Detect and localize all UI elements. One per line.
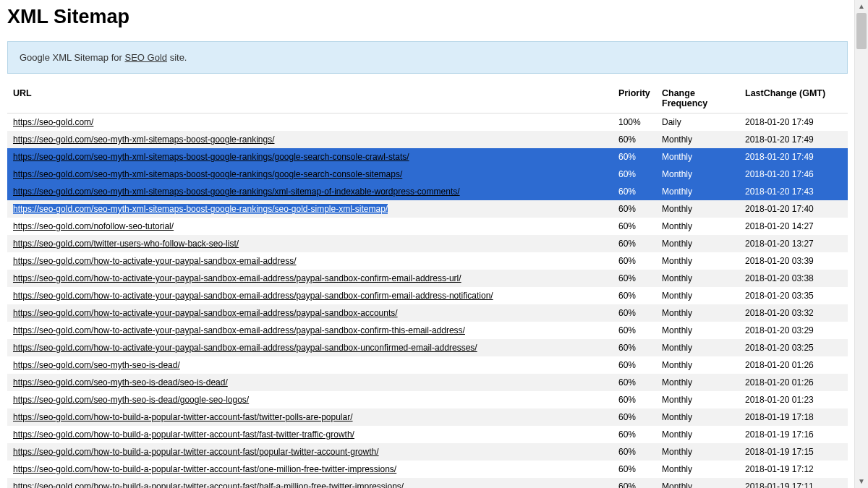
sitemap-url-link[interactable]: https://seo-gold.com/how-to-build-a-popu… (13, 447, 379, 457)
cell-priority: 60% (613, 322, 656, 339)
cell-frequency: Monthly (656, 183, 739, 200)
cell-url: https://seo-gold.com/how-to-activate-you… (7, 287, 613, 304)
cell-priority: 60% (613, 183, 656, 200)
sitemap-url-link[interactable]: https://seo-gold.com/seo-myth-seo-is-dea… (13, 395, 249, 405)
sitemap-url-link[interactable]: https://seo-gold.com/how-to-activate-you… (13, 256, 297, 266)
cell-lastchange: 2018-01-20 17:40 (739, 200, 848, 218)
col-header-priority: Priority (613, 84, 656, 114)
sitemap-url-link[interactable]: https://seo-gold.com/seo-myth-xml-sitema… (13, 187, 460, 197)
cell-frequency: Monthly (656, 461, 739, 478)
cell-frequency: Monthly (656, 252, 739, 270)
cell-url: https://seo-gold.com/ (7, 114, 613, 132)
sitemap-url-link[interactable]: https://seo-gold.com/seo-myth-xml-sitema… (13, 134, 274, 145)
sitemap-url-link[interactable]: https://seo-gold.com/seo-myth-xml-sitema… (13, 169, 402, 179)
cell-frequency: Monthly (656, 391, 739, 408)
cell-lastchange: 2018-01-20 03:32 (739, 304, 848, 322)
cell-lastchange: 2018-01-20 17:49 (739, 148, 848, 166)
sitemap-url-link[interactable]: https://seo-gold.com/seo-myth-seo-is-dea… (13, 377, 228, 388)
cell-url: https://seo-gold.com/seo-myth-seo-is-dea… (7, 356, 613, 374)
cell-url: https://seo-gold.com/how-to-build-a-popu… (7, 443, 613, 461)
sitemap-url-link[interactable]: https://seo-gold.com/how-to-build-a-popu… (13, 412, 353, 422)
scrollbar-track[interactable] (856, 13, 867, 475)
cell-url: https://seo-gold.com/how-to-activate-you… (7, 304, 613, 322)
vertical-scrollbar[interactable]: ▲ ▼ (854, 0, 868, 488)
sitemap-url-link[interactable]: https://seo-gold.com/nofollow-seo-tutori… (13, 221, 174, 231)
sitemap-url-link[interactable]: https://seo-gold.com/how-to-activate-you… (13, 291, 493, 301)
cell-frequency: Monthly (656, 148, 739, 166)
sitemap-url-link[interactable]: https://seo-gold.com/how-to-build-a-popu… (13, 429, 354, 440)
table-row: https://seo-gold.com/how-to-build-a-popu… (7, 443, 848, 461)
sitemap-url-link[interactable]: https://seo-gold.com/seo-myth-seo-is-dea… (13, 360, 180, 370)
page-title: XML Sitemap (7, 6, 848, 28)
table-row: https://seo-gold.com/seo-myth-xml-sitema… (7, 183, 848, 200)
cell-priority: 60% (613, 391, 656, 408)
cell-priority: 60% (613, 148, 656, 166)
cell-lastchange: 2018-01-20 01:23 (739, 391, 848, 408)
cell-url: https://seo-gold.com/how-to-build-a-popu… (7, 408, 613, 426)
cell-url: https://seo-gold.com/how-to-build-a-popu… (7, 478, 613, 488)
viewport: XML Sitemap Google XML Sitemap for SEO G… (0, 0, 868, 488)
cell-priority: 60% (613, 200, 656, 218)
sitemap-url-link[interactable]: https://seo-gold.com/how-to-build-a-popu… (13, 464, 396, 474)
cell-frequency: Monthly (656, 166, 739, 183)
cell-lastchange: 2018-01-20 03:38 (739, 270, 848, 287)
cell-url: https://seo-gold.com/how-to-activate-you… (7, 322, 613, 339)
cell-frequency: Monthly (656, 443, 739, 461)
cell-lastchange: 2018-01-20 01:26 (739, 356, 848, 374)
sitemap-url-link[interactable]: https://seo-gold.com/seo-myth-xml-sitema… (13, 204, 388, 214)
cell-frequency: Monthly (656, 200, 739, 218)
cell-url: https://seo-gold.com/how-to-build-a-popu… (7, 461, 613, 478)
cell-url: https://seo-gold.com/seo-myth-seo-is-dea… (7, 374, 613, 391)
cell-priority: 60% (613, 287, 656, 304)
sitemap-url-link[interactable]: https://seo-gold.com/how-to-activate-you… (13, 325, 465, 335)
cell-frequency: Monthly (656, 408, 739, 426)
cell-priority: 60% (613, 426, 656, 443)
cell-lastchange: 2018-01-19 17:15 (739, 443, 848, 461)
cell-priority: 60% (613, 461, 656, 478)
cell-priority: 60% (613, 304, 656, 322)
cell-lastchange: 2018-01-20 03:25 (739, 339, 848, 356)
cell-priority: 60% (613, 235, 656, 252)
cell-frequency: Monthly (656, 322, 739, 339)
table-row: https://seo-gold.com/100%Daily2018-01-20… (7, 114, 848, 132)
cell-url: https://seo-gold.com/how-to-activate-you… (7, 339, 613, 356)
table-row: https://seo-gold.com/seo-myth-seo-is-dea… (7, 391, 848, 408)
cell-frequency: Monthly (656, 356, 739, 374)
cell-frequency: Monthly (656, 374, 739, 391)
cell-frequency: Monthly (656, 131, 739, 148)
cell-priority: 60% (613, 374, 656, 391)
table-row: https://seo-gold.com/seo-myth-xml-sitema… (7, 166, 848, 183)
cell-lastchange: 2018-01-20 03:35 (739, 287, 848, 304)
info-text-prefix: Google XML Sitemap for (20, 52, 124, 63)
cell-frequency: Monthly (656, 339, 739, 356)
cell-lastchange: 2018-01-19 17:11 (739, 478, 848, 488)
sitemap-url-link[interactable]: https://seo-gold.com/how-to-activate-you… (13, 308, 398, 318)
cell-lastchange: 2018-01-20 03:29 (739, 322, 848, 339)
scrollbar-thumb[interactable] (856, 13, 867, 49)
scroll-down-arrow-icon[interactable]: ▼ (855, 475, 868, 488)
table-row: https://seo-gold.com/how-to-build-a-popu… (7, 461, 848, 478)
col-header-url: URL (7, 84, 613, 114)
sitemap-url-link[interactable]: https://seo-gold.com/how-to-activate-you… (13, 273, 461, 283)
cell-lastchange: 2018-01-19 17:12 (739, 461, 848, 478)
table-row: https://seo-gold.com/seo-myth-xml-sitema… (7, 200, 848, 218)
cell-frequency: Monthly (656, 218, 739, 235)
sitemap-url-link[interactable]: https://seo-gold.com/ (13, 117, 93, 127)
table-row: https://seo-gold.com/how-to-build-a-popu… (7, 426, 848, 443)
cell-frequency: Monthly (656, 478, 739, 488)
cell-priority: 60% (613, 131, 656, 148)
table-row: https://seo-gold.com/seo-myth-xml-sitema… (7, 148, 848, 166)
cell-url: https://seo-gold.com/twitter-users-who-f… (7, 235, 613, 252)
page-content: XML Sitemap Google XML Sitemap for SEO G… (0, 0, 855, 488)
sitemap-url-link[interactable]: https://seo-gold.com/seo-myth-xml-sitema… (13, 152, 409, 162)
sitemap-url-link[interactable]: https://seo-gold.com/how-to-activate-you… (13, 343, 477, 353)
sitemap-url-link[interactable]: https://seo-gold.com/twitter-users-who-f… (13, 239, 239, 249)
table-row: https://seo-gold.com/how-to-build-a-popu… (7, 408, 848, 426)
table-row: https://seo-gold.com/seo-myth-seo-is-dea… (7, 374, 848, 391)
scroll-up-arrow-icon[interactable]: ▲ (855, 0, 868, 13)
table-row: https://seo-gold.com/how-to-activate-you… (7, 287, 848, 304)
info-site-link[interactable]: SEO Gold (124, 52, 167, 63)
cell-lastchange: 2018-01-20 17:46 (739, 166, 848, 183)
sitemap-url-link[interactable]: https://seo-gold.com/how-to-build-a-popu… (13, 481, 404, 488)
cell-lastchange: 2018-01-20 03:39 (739, 252, 848, 270)
